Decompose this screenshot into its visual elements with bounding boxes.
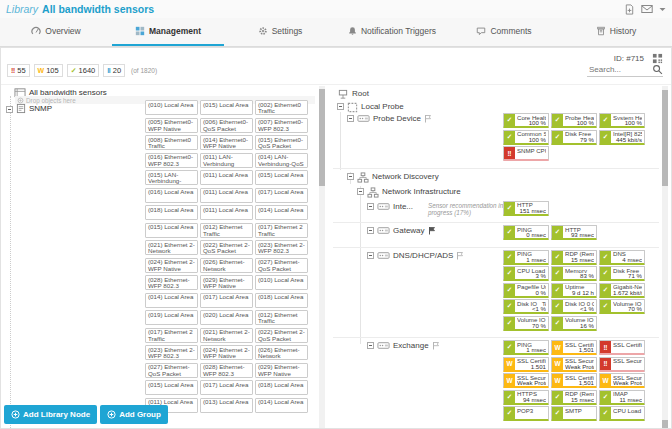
library-sensor-chip[interactable]: (016) Ethernet0-WFP 802.3 [145, 153, 198, 168]
qr-code-icon[interactable] [652, 53, 663, 64]
library-node-snmp[interactable]: SNMP [6, 103, 52, 114]
library-sensor-chip[interactable]: (015) Ethernet0-QoS Packet [255, 135, 308, 150]
library-sensor-chip[interactable]: (015) Local Area [200, 100, 253, 115]
library-sensor-chip[interactable]: (017) Local Area [200, 380, 253, 395]
library-sensor-chip[interactable]: (010) Local Area [145, 100, 198, 115]
sensor-chip[interactable]: ✓Disk IO _To...<1 % [503, 299, 549, 314]
library-sensor-chip[interactable]: (017) Ethernet 2 Traffic [255, 223, 308, 238]
tree-item-label[interactable]: Network Infrastructure [382, 187, 461, 196]
sensor-chip[interactable]: ✓CPU Load [599, 406, 645, 421]
collapse-toggle[interactable] [337, 103, 344, 110]
library-sensor-chip[interactable]: (014) LAN-Verbindung-QoS [255, 153, 308, 168]
sensor-chip[interactable]: ✓HTTP93 msec [551, 225, 597, 240]
tab-overview[interactable]: Overview [0, 18, 112, 46]
sensor-chip[interactable]: WSSL Securi...Weak Proto... [599, 373, 645, 388]
library-sensor-chip[interactable]: (014) Ethernet0-WFP Native [200, 135, 253, 150]
sensor-chip[interactable]: ✓Disk IO 0 C:<1 % [551, 299, 597, 314]
library-sensor-chip[interactable]: (024) Ethernet 2-WFP Native [145, 258, 198, 273]
search-input[interactable] [587, 64, 649, 75]
sensor-chip[interactable]: ✓RDP (Rem...15 msec [551, 250, 597, 265]
library-sensor-chip[interactable]: (011) Local Area [200, 170, 253, 185]
priority-flag-icon[interactable] [428, 226, 436, 235]
tab-history[interactable]: History [560, 18, 672, 46]
sensor-chip[interactable]: ✓Common S...100 % [503, 130, 549, 145]
library-sensor-chip[interactable]: (014) Local Area [255, 398, 308, 413]
right-scrollbar[interactable] [662, 86, 668, 428]
sensor-chip[interactable]: ✓Gigabit-Net...1,672 kbit/s [599, 283, 645, 298]
caret-down-icon[interactable] [659, 7, 666, 12]
library-sensor-chip[interactable]: (011) Local Area [200, 205, 253, 220]
sensor-chip[interactable]: ✓Disk Free79 % [551, 130, 597, 145]
tree-item-label[interactable]: Local Probe [361, 102, 404, 111]
library-sensor-chip[interactable]: (015) LAN-Verbindung- [145, 170, 198, 185]
library-sensor-chip[interactable]: (022) Ethernet 2-QoS Packet [255, 328, 308, 343]
collapse-toggle[interactable] [367, 227, 374, 234]
tab-comments[interactable]: Comments [448, 18, 560, 46]
library-sensor-chip[interactable]: (018) Local Area [145, 205, 198, 220]
sensor-chip[interactable]: ✓PING1 msec [503, 250, 549, 265]
library-sensor-chip[interactable]: (017) Local Area [200, 293, 253, 308]
scrollbar-thumb[interactable] [662, 90, 668, 186]
sensor-chip[interactable]: ✓DNS4 msec [599, 250, 645, 265]
status-badge-up[interactable]: ✓1640 [67, 64, 100, 77]
library-sensor-chip[interactable]: (026) Ethernet-Network [255, 345, 308, 360]
library-sensor-chip[interactable]: (013) Local Area [200, 398, 253, 413]
collapse-toggle[interactable] [367, 342, 374, 349]
library-sensor-chip[interactable]: (011) Local Area [200, 188, 253, 203]
collapse-toggle[interactable] [357, 188, 364, 195]
sensor-chip[interactable]: ✓Intel[R] 825...445 kbit/s [599, 130, 645, 145]
sensor-chip[interactable]: ✓PING0 msec [503, 225, 549, 240]
library-sensor-chip[interactable]: (029) Ethernet-WFP Native [255, 363, 308, 378]
library-sensor-chip[interactable]: (017) Local Area [255, 188, 308, 203]
library-sensor-chip[interactable]: (018) Local Area [255, 293, 308, 308]
library-sensor-chip[interactable]: (022) Ethernet 2-QoS Packet [200, 240, 253, 255]
collapse-toggle[interactable] [347, 173, 354, 180]
library-sensor-chip[interactable]: (012) Ethernet Traffic [200, 223, 253, 238]
tree-item-label[interactable]: DNS/DHCP/ADS [393, 251, 453, 260]
library-sensor-chip[interactable]: (020) Local Area [200, 310, 253, 325]
sensor-chip[interactable]: ✓SMTP [551, 406, 597, 421]
library-sensor-chip[interactable]: (016) Local Area [145, 188, 198, 203]
library-sensor-chip[interactable]: (008) Ethernet0 Traffic [145, 135, 198, 150]
library-sensor-chip[interactable]: (012) Ethernet Traffic [255, 310, 308, 325]
priority-flag-icon[interactable] [432, 341, 440, 350]
add-library-node-button[interactable]: Add Library Node [4, 405, 97, 424]
sensor-chip[interactable]: WSSL Securi...Weak Proto... [551, 357, 597, 372]
sensor-chip[interactable]: ✓Core Health100 % [503, 113, 549, 128]
add-group-button[interactable]: Add Group [100, 405, 168, 424]
tab-management[interactable]: Management [112, 18, 224, 46]
collapse-toggle[interactable] [347, 115, 354, 122]
library-sensor-chip[interactable]: (026) Ethernet-Network [200, 258, 253, 273]
search-icon[interactable] [652, 64, 663, 75]
library-sensor-chip[interactable]: (007) Ethernet0-WFP 802.3 [255, 118, 308, 133]
library-sensor-chip[interactable]: (021) Ethernet 2-Network [200, 328, 253, 343]
priority-flag-icon[interactable] [424, 114, 432, 123]
sensor-chip[interactable]: ✓PING1 msec [503, 340, 549, 355]
library-sensor-chip[interactable]: (021) Ethernet 2-Network [145, 240, 198, 255]
library-sensor-chip[interactable]: (015) Local Area [255, 170, 308, 185]
collapse-toggle[interactable] [367, 203, 374, 210]
library-sensor-chip[interactable]: (029) Ethernet-WFP Native [200, 275, 253, 290]
sensor-chip[interactable]: ✓RDP (Rem...15 msec [551, 390, 597, 405]
collapse-toggle[interactable] [6, 106, 13, 113]
sensor-chip[interactable]: ✓Disk Free71 % [599, 266, 645, 281]
priority-flag-icon[interactable] [456, 251, 464, 260]
sensor-chip[interactable]: ✓Pagefile Us...0 % [503, 283, 549, 298]
status-badge-down[interactable]: ‼55 [7, 64, 30, 77]
sensor-chip[interactable]: ✓Volume IO ...70 % [599, 299, 645, 314]
status-badge-warning[interactable]: W105 [34, 64, 63, 77]
email-icon[interactable] [641, 4, 653, 14]
sensor-chip[interactable]: ‼SNMP CPU... [503, 146, 549, 161]
tab-settings[interactable]: Settings [224, 18, 336, 46]
library-sensor-chip[interactable]: (019) Local Area [145, 310, 198, 325]
library-sensor-chip[interactable]: (027) Ethernet-QoS Packet [255, 258, 308, 273]
tab-notification-triggers[interactable]: Notification Triggers [336, 18, 448, 46]
left-scrollbar[interactable] [319, 86, 325, 428]
sensor-chip[interactable]: ✓Uptime9 d 12 h [551, 283, 597, 298]
library-sensor-chip[interactable]: (015) Local Area [145, 380, 198, 395]
tree-item-label[interactable]: Inte... [393, 202, 413, 211]
sensor-chip[interactable]: ✓CPU Load3 % [503, 266, 549, 281]
sensor-chip[interactable]: ‼SSL Certifi... [599, 340, 645, 355]
tree-item-label[interactable]: Network Discovery [372, 172, 439, 181]
library-sensor-chip[interactable]: (011) LAN-Verbindung [200, 153, 253, 168]
